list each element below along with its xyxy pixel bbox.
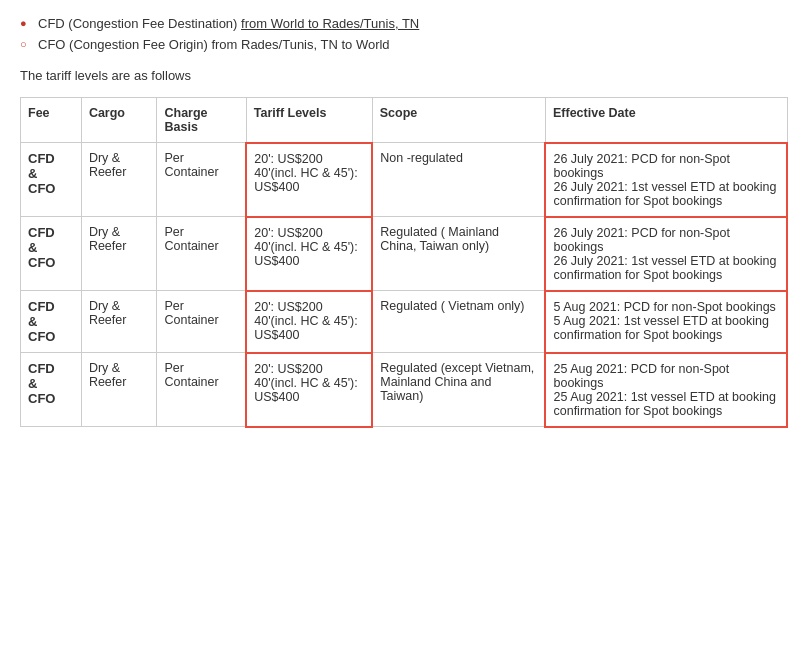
cell-cargo: Dry &Reefer	[81, 291, 157, 353]
header-charge-basis: Charge Basis	[157, 98, 246, 143]
cell-tariff-levels: 20': US$20040'(incl. HC & 45'): US$400	[246, 291, 372, 353]
cell-tariff-levels: 20': US$20040'(incl. HC & 45'): US$400	[246, 143, 372, 217]
cell-tariff-levels: 20': US$20040'(incl. HC & 45'): US$400	[246, 353, 372, 427]
bullet-text-2: CFO (Congestion Fee Origin) from Rades/T…	[38, 37, 390, 52]
cell-fee: CFD&CFO	[21, 143, 82, 217]
cell-cargo: Dry &Reefer	[81, 217, 157, 291]
cell-effective-date: 26 July 2021: PCD for non-Spot bookings2…	[545, 143, 787, 217]
cell-charge-basis: Per Container	[157, 217, 246, 291]
cell-effective-date: 26 July 2021: PCD for non-Spot bookings2…	[545, 217, 787, 291]
cell-effective-date: 25 Aug 2021: PCD for non-Spot bookings25…	[545, 353, 787, 427]
cell-cargo: Dry &Reefer	[81, 353, 157, 427]
table-row: CFD&CFODry &ReeferPer Container20': US$2…	[21, 217, 788, 291]
cell-effective-date: 5 Aug 2021: PCD for non-Spot bookings5 A…	[545, 291, 787, 353]
cell-fee: CFD&CFO	[21, 217, 82, 291]
cell-charge-basis: Per Container	[157, 143, 246, 217]
header-fee: Fee	[21, 98, 82, 143]
cell-scope: Non -regulated	[372, 143, 545, 217]
bullet-list: CFD (Congestion Fee Destination) from Wo…	[20, 16, 788, 52]
bullet-item-1: CFD (Congestion Fee Destination) from Wo…	[20, 16, 788, 31]
cell-fee: CFD&CFO	[21, 353, 82, 427]
table-row: CFD&CFODry &ReeferPer Container20': US$2…	[21, 291, 788, 353]
bullet-item-2: CFO (Congestion Fee Origin) from Rades/T…	[20, 37, 788, 52]
cell-fee: CFD&CFO	[21, 291, 82, 353]
tariff-table: Fee Cargo Charge Basis Tariff Levels Sco…	[20, 97, 788, 428]
cell-charge-basis: Per Container	[157, 291, 246, 353]
cell-scope: Regulated (except Vietnam, Mainland Chin…	[372, 353, 545, 427]
header-tariff-levels: Tariff Levels	[246, 98, 372, 143]
table-header-row: Fee Cargo Charge Basis Tariff Levels Sco…	[21, 98, 788, 143]
cell-cargo: Dry &Reefer	[81, 143, 157, 217]
header-cargo: Cargo	[81, 98, 157, 143]
cfd-link[interactable]: from World to Rades/Tunis, TN	[241, 16, 419, 31]
table-row: CFD&CFODry &ReeferPer Container20': US$2…	[21, 353, 788, 427]
table-row: CFD&CFODry &ReeferPer Container20': US$2…	[21, 143, 788, 217]
cell-charge-basis: Per Container	[157, 353, 246, 427]
cell-scope: Regulated ( Mainland China, Taiwan only)	[372, 217, 545, 291]
header-effective-date: Effective Date	[545, 98, 787, 143]
tariff-note: The tariff levels are as follows	[20, 68, 788, 83]
cell-tariff-levels: 20': US$20040'(incl. HC & 45'): US$400	[246, 217, 372, 291]
cell-scope: Regulated ( Vietnam only)	[372, 291, 545, 353]
bullet-text-before: CFD (Congestion Fee Destination)	[38, 16, 241, 31]
header-scope: Scope	[372, 98, 545, 143]
